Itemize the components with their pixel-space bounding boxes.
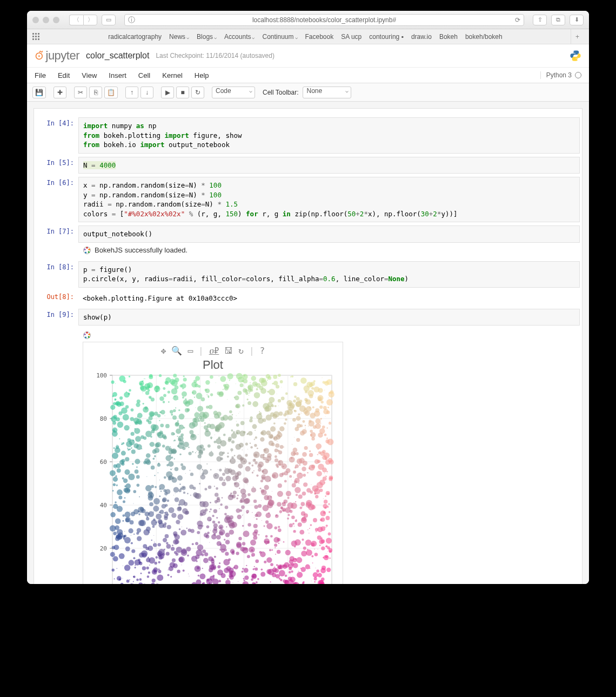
bookmark-item[interactable]: contouring ▪ [369,33,404,41]
svg-point-608 [324,390,325,390]
menu-edit[interactable]: Edit [58,71,70,79]
svg-point-1448 [284,480,287,482]
svg-point-1252 [184,511,188,515]
code-cell[interactable]: In [4]: import numpy as np from bokeh.pl… [36,117,580,154]
bookmark-item[interactable]: News⌵ [169,33,189,41]
stop-button[interactable]: ■ [176,87,189,98]
svg-point-959 [254,439,256,440]
resize-tool-icon[interactable]: ዐ₽ [209,346,219,356]
svg-point-865 [182,447,185,450]
svg-point-236 [243,578,245,580]
svg-point-1595 [226,566,231,571]
kernel-indicator[interactable]: Python 3 [540,71,581,79]
copy-button[interactable]: ⎘ [89,87,102,98]
paste-button[interactable]: 📋 [104,87,118,98]
restart-button[interactable]: ↻ [191,87,204,98]
svg-point-1380 [113,429,115,432]
svg-point-172 [177,507,182,512]
svg-point-1270 [291,563,294,566]
reload-icon[interactable]: ⟳ [515,16,520,24]
move-up-button[interactable]: ↑ [125,87,138,98]
code-input[interactable]: import numpy as np from bokeh.plotting i… [78,117,580,154]
bookmark-item[interactable]: SA ucp [341,33,361,41]
svg-point-262 [214,486,215,487]
run-button[interactable]: ▶ [161,87,174,98]
reset-tool-icon[interactable]: ↻ [238,346,244,356]
code-cell[interactable]: In [6]: x = np.random.random(size=N) * 1… [36,177,580,222]
save-tool-icon[interactable]: 🖫 [224,346,233,356]
svg-point-413 [286,491,291,496]
svg-point-192 [265,535,268,538]
sidebar-button[interactable]: ▭ [102,15,116,25]
menu-file[interactable]: File [35,71,46,79]
cell-toolbar-select[interactable]: None [303,87,351,98]
svg-point-708 [209,511,210,512]
bookmark-item[interactable]: Blogs⌵ [197,33,217,41]
bookmark-item[interactable]: Accounts⌵ [224,33,255,41]
bookmark-item[interactable]: radicalcartography [108,33,162,41]
cell-type-select[interactable]: Code [212,87,255,98]
scatter-plot[interactable]: 020406080100020406080100 [89,372,337,584]
jupyter-logo[interactable]: ⊙̃jupyter [35,49,79,63]
svg-point-988 [277,441,277,441]
downloads-button[interactable]: ⬇ [570,15,584,25]
code-input[interactable]: p = figure() p.circle(x, y, radius=radii… [78,261,580,288]
svg-point-838 [179,414,185,420]
notebook-title[interactable]: color_scatterplot [86,51,149,61]
code-cell[interactable]: In [8]: p = figure() p.circle(x, y, radi… [36,261,580,288]
back-button[interactable]: 〈 [69,15,83,25]
svg-point-935 [253,486,254,487]
url-bar[interactable]: ⓘ localhost:8888/notebooks/color_scatter… [124,14,524,26]
svg-point-1229 [198,385,200,388]
pan-tool-icon[interactable]: ✥ [161,346,166,356]
help-tool-icon[interactable]: ? [260,346,265,356]
box-zoom-icon[interactable]: ▭ [188,346,193,356]
close-icon[interactable] [32,17,39,23]
site-info-icon[interactable]: ⓘ [128,15,135,25]
code-cell[interactable]: In [7]: output_notebook() BokehJS succes… [36,225,580,258]
code-input[interactable]: output_notebook() [78,225,580,243]
notebook-area[interactable]: In [4]: import numpy as np from bokeh.pl… [27,102,589,584]
minimize-icon[interactable] [43,17,49,23]
svg-point-992 [325,495,326,497]
bookmark-item[interactable]: Continuum⌵ [262,33,297,41]
add-cell-button[interactable]: ✚ [53,87,66,98]
menu-help[interactable]: Help [195,71,209,79]
tabs-button[interactable]: ⧉ [551,15,565,25]
menu-view[interactable]: View [82,71,97,79]
code-cell[interactable]: In [9]: show(p) ✥ 🔍 ▭ | [36,309,580,585]
zoom-tool-icon[interactable]: 🔍 [171,346,182,356]
share-button[interactable]: ⇧ [533,15,547,25]
new-tab-button[interactable]: + [571,29,584,44]
svg-point-330 [153,457,155,460]
svg-point-1098 [300,431,305,436]
bookmark-item[interactable]: bokeh/bokeh [465,33,503,41]
move-down-button[interactable]: ↓ [140,87,153,98]
svg-point-74 [316,531,317,532]
bookmark-item[interactable]: Facebook [305,33,334,41]
zoom-icon[interactable] [53,17,59,23]
code-input[interactable]: N = 4000 [78,157,580,174]
menu-insert[interactable]: Insert [109,71,126,79]
svg-point-1463 [211,451,212,452]
forward-button[interactable]: 〉 [83,15,97,25]
svg-point-971 [300,424,303,427]
svg-point-278 [119,396,123,400]
apps-icon[interactable] [32,33,40,41]
code-input[interactable]: show(p) [78,309,580,326]
svg-point-83 [246,565,247,566]
svg-point-75 [113,447,115,449]
menu-cell[interactable]: Cell [138,71,150,79]
menu-kernel[interactable]: Kernel [162,71,183,79]
bokeh-plot[interactable]: ✥ 🔍 ▭ | ዐ₽ 🖫 ↻ | ? Plot 020 [83,342,343,584]
svg-point-1372 [134,428,140,434]
svg-point-777 [254,566,255,567]
bookmark-item[interactable]: draw.io [411,33,432,41]
save-button[interactable]: 💾 [32,87,46,98]
svg-point-1028 [279,570,285,576]
svg-point-1173 [271,443,275,447]
code-cell[interactable]: In [5]: N = 4000 [36,157,580,174]
bookmark-item[interactable]: Bokeh [439,33,458,41]
cut-button[interactable]: ✂ [74,87,87,98]
code-input[interactable]: x = np.random.random(size=N) * 100 y = n… [78,177,580,222]
